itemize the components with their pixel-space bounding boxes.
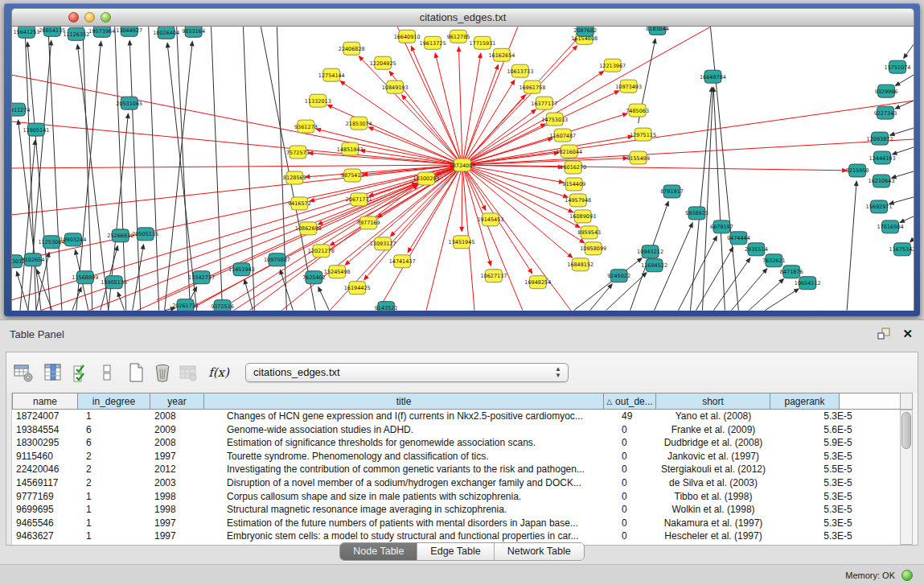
cell-year[interactable]: 1998 [150, 490, 204, 504]
tab-node-table[interactable]: Node Table [340, 543, 417, 560]
column-header-name[interactable]: name [12, 393, 78, 409]
function-builder-icon[interactable]: f(x) [207, 360, 231, 385]
cell-pagerank[interactable]: 5.3E-5 [770, 476, 906, 490]
cell-out_degree[interactable]: 0 [604, 529, 656, 543]
cell-out_degree[interactable]: 0 [604, 436, 656, 450]
cell-title[interactable]: Tourette syndrome. Phenomenology and cla… [204, 450, 604, 463]
cell-short[interactable]: Jankovic et al. (1997) [656, 450, 770, 463]
cell-title[interactable]: Genome-wide association studies in ADHD. [204, 423, 604, 437]
cell-short[interactable]: Dudbridge et al. (2008) [656, 436, 770, 450]
cell-title[interactable]: Embryonic stem cells: a model to study s… [204, 529, 604, 543]
table-row[interactable]: 2242004622012Investigating the contribut… [12, 463, 906, 476]
cell-in_degree[interactable]: 1 [78, 517, 150, 530]
cell-year[interactable]: 2008 [150, 436, 204, 450]
cell-short[interactable]: Tibbo et al. (1998) [656, 490, 770, 504]
delete-column-button[interactable] [150, 360, 175, 385]
table-row[interactable]: 946362711997Embryonic stem cells: a mode… [12, 529, 906, 543]
show-columns-button[interactable] [41, 360, 65, 385]
cell-in_degree[interactable]: 2 [78, 463, 150, 476]
cell-pagerank[interactable]: 5.9E-5 [770, 436, 906, 450]
cell-title[interactable]: Structural magnetic resonance image aver… [204, 503, 604, 517]
cell-short[interactable]: Yano et al. (2008) [656, 410, 770, 423]
cell-year[interactable]: 2012 [150, 463, 204, 476]
cell-out_degree[interactable]: 0 [604, 490, 656, 504]
column-header-in_degree[interactable]: in_degree [78, 393, 150, 409]
table-row[interactable]: 977716911998Corpus callosum shape and si… [12, 490, 906, 504]
cell-in_degree[interactable]: 2 [78, 476, 150, 490]
new-column-button[interactable] [124, 360, 148, 385]
column-header-year[interactable]: year [150, 393, 204, 409]
table-row[interactable]: 1938455462009Genome-wide association stu… [12, 423, 906, 437]
cell-name[interactable]: 18724007 [12, 410, 78, 423]
cell-in_degree[interactable]: 1 [78, 529, 150, 543]
float-panel-icon[interactable] [877, 328, 891, 340]
cell-in_degree[interactable]: 6 [78, 436, 150, 450]
column-header-out_degree[interactable]: △out_de... [604, 393, 656, 409]
cell-title[interactable]: Changes of HCN gene expression and I(f) … [204, 410, 604, 423]
cell-year[interactable]: 2008 [150, 410, 204, 423]
cell-year[interactable]: 2009 [150, 423, 204, 437]
cell-name[interactable]: 9699695 [12, 503, 78, 517]
table-scrollbar[interactable] [900, 393, 913, 545]
cell-out_degree[interactable]: 0 [604, 450, 656, 463]
cell-short[interactable]: Franke et al. (2009) [656, 423, 770, 437]
cell-name[interactable]: 18300295 [12, 436, 78, 450]
cell-title[interactable]: Disruption of a novel member of a sodium… [204, 476, 604, 490]
table-row[interactable]: 1456911722003Disruption of a novel membe… [12, 476, 906, 490]
scrollbar-thumb[interactable] [901, 412, 911, 449]
cell-name[interactable]: 19384554 [12, 423, 78, 437]
cell-out_degree[interactable]: 0 [604, 517, 656, 530]
cell-name[interactable]: 22420046 [12, 463, 78, 476]
cell-pagerank[interactable]: 5.3E-5 [770, 450, 906, 463]
cell-pagerank[interactable]: 5.5E-5 [770, 463, 906, 476]
cell-name[interactable]: 9115460 [12, 450, 78, 463]
table-row[interactable]: 946554611997Estimation of the future num… [12, 517, 906, 530]
column-header-pagerank[interactable]: pagerank [770, 393, 840, 409]
cell-year[interactable]: 1998 [150, 503, 204, 517]
cell-in_degree[interactable]: 6 [78, 423, 150, 437]
table-row[interactable]: 911546021997Tourette syndrome. Phenomeno… [12, 450, 906, 463]
cell-pagerank[interactable]: 5.3E-5 [770, 529, 906, 543]
network-window-titlebar[interactable]: citations_edges.txt [11, 8, 914, 27]
cell-in_degree[interactable]: 1 [78, 503, 150, 517]
table-chooser-select[interactable]: citations_edges.txt ▲▼ [245, 363, 569, 382]
cell-in_degree[interactable]: 1 [78, 490, 150, 504]
cell-pagerank[interactable]: 5.3E-5 [770, 517, 906, 530]
cell-short[interactable]: Nakamura et al. (1997) [656, 517, 770, 530]
cell-out_degree[interactable]: 0 [604, 503, 656, 517]
cell-pagerank[interactable]: 5.3E-5 [770, 503, 906, 517]
cell-name[interactable]: 14569117 [12, 476, 78, 490]
column-header-short[interactable]: short [656, 393, 770, 409]
cell-out_degree[interactable]: 0 [604, 476, 656, 490]
network-canvas[interactable]: 1872400722406828127541441133201393612787… [11, 27, 914, 311]
tab-edge-table[interactable]: Edge Table [417, 543, 494, 560]
cell-year[interactable]: 1997 [150, 529, 204, 543]
table-row[interactable]: 1830029562008Estimation of significance … [12, 436, 906, 450]
column-header-title[interactable]: title [204, 393, 604, 409]
cell-name[interactable]: 9463627 [12, 529, 78, 543]
cell-title[interactable]: Estimation of significance thresholds fo… [204, 436, 604, 450]
table-mode-button[interactable] [11, 360, 35, 385]
cell-pagerank[interactable]: 5.3E-5 [770, 410, 906, 423]
cell-out_degree[interactable]: 49 [604, 410, 656, 423]
cell-short[interactable]: Wolkin et al. (1998) [656, 503, 770, 517]
cell-year[interactable]: 1997 [150, 450, 204, 463]
cell-short[interactable]: Stergiakouli et al. (2012) [656, 463, 770, 476]
cell-name[interactable]: 9777169 [12, 490, 78, 504]
cell-year[interactable]: 2003 [150, 476, 204, 490]
cell-year[interactable]: 1997 [150, 517, 204, 530]
delete-table-button[interactable] [176, 360, 200, 385]
table-row[interactable]: 1872400712008Changes of HCN gene express… [12, 410, 906, 423]
cell-title[interactable]: Corpus callosum shape and size in male p… [204, 490, 604, 504]
deselect-all-button[interactable] [95, 360, 119, 385]
cell-title[interactable]: Investigating the contribution of common… [204, 463, 604, 476]
cell-in_degree[interactable]: 1 [78, 410, 150, 423]
cell-out_degree[interactable]: 0 [604, 423, 656, 437]
cell-pagerank[interactable]: 5.3E-5 [770, 490, 906, 504]
cell-title[interactable]: Estimation of the future numbers of pati… [204, 517, 604, 530]
close-panel-icon[interactable]: ✕ [902, 328, 913, 340]
tab-network-table[interactable]: Network Table [495, 543, 584, 560]
cell-in_degree[interactable]: 2 [78, 450, 150, 463]
cell-short[interactable]: Hescheler et al. (1997) [656, 529, 770, 543]
table-row[interactable]: 969969511998Structural magnetic resonanc… [12, 503, 906, 517]
